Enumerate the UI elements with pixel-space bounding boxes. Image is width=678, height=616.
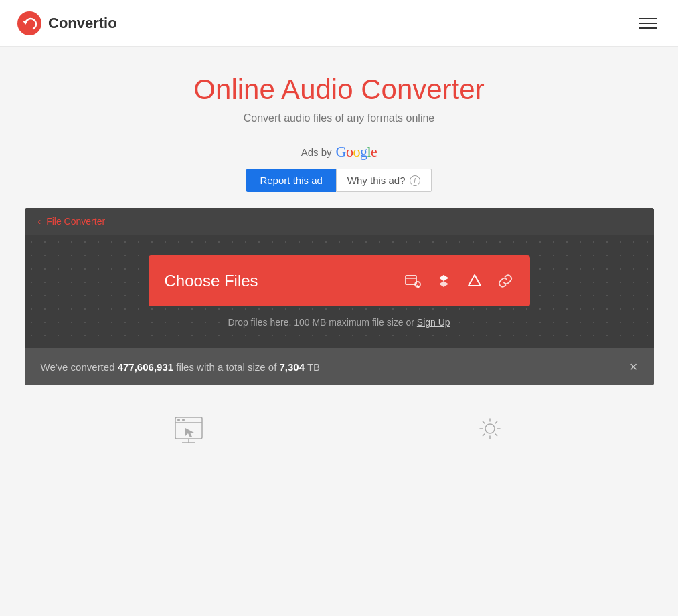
stats-suffix: TB — [307, 361, 320, 373]
svg-point-13 — [177, 419, 180, 421]
sign-up-link[interactable]: Sign Up — [417, 317, 450, 328]
main-content: Online Audio Converter Convert audio fil… — [0, 47, 678, 475]
svg-point-18 — [485, 424, 495, 433]
logo-icon — [16, 10, 43, 37]
breadcrumb-chevron-icon: ‹ — [38, 216, 41, 227]
logo-area: Convertio — [16, 10, 117, 37]
stats-size-value: 7,304 — [280, 361, 305, 373]
web-converter-icon — [172, 412, 205, 448]
svg-marker-17 — [185, 428, 194, 437]
hamburger-line-3 — [639, 27, 657, 29]
content-wrapper: ← ‹ File Converter Choose Files — [25, 208, 654, 385]
stats-prefix: We've converted — [41, 361, 115, 373]
svg-line-9 — [475, 275, 481, 286]
header: Convertio — [0, 0, 678, 47]
choose-files-button[interactable]: Choose Files — [149, 255, 530, 306]
file-icon-group — [404, 272, 514, 290]
stats-middle: files with a total size of — [176, 361, 276, 373]
url-link-icon[interactable] — [497, 272, 514, 290]
ad-buttons: Report this ad Why this ad? i — [246, 169, 431, 192]
svg-point-0 — [17, 11, 41, 35]
svg-point-14 — [182, 419, 185, 421]
ad-area: Ads by Google Report this ad Why this ad… — [246, 143, 431, 192]
stats-text: We've converted 477,606,931 files with a… — [41, 361, 321, 373]
ads-by-text: Ads by — [301, 146, 332, 158]
why-this-ad-button[interactable]: Why this ad? i — [336, 169, 432, 192]
breadcrumb-label[interactable]: File Converter — [46, 216, 105, 227]
page-subtitle: Convert audio files of any formats onlin… — [244, 112, 434, 124]
converter-box: ‹ File Converter Choose Files — [25, 208, 654, 385]
browse-files-icon[interactable] — [404, 272, 422, 290]
page-title: Online Audio Converter — [193, 74, 484, 106]
drop-hint-static: Drop files here. 100 MB maximum file siz… — [228, 317, 414, 328]
hamburger-menu[interactable] — [634, 13, 662, 34]
hamburger-line-1 — [639, 18, 657, 19]
bottom-area — [25, 385, 654, 461]
hamburger-line-2 — [639, 23, 657, 24]
dropbox-icon[interactable] — [435, 272, 452, 290]
info-circle-icon: i — [410, 175, 420, 186]
stats-close-button[interactable]: × — [630, 360, 638, 373]
stats-files-count: 477,606,931 — [118, 361, 173, 373]
report-ad-button[interactable]: Report this ad — [246, 169, 335, 192]
svg-marker-7 — [469, 275, 481, 286]
google-drive-icon[interactable] — [466, 272, 483, 290]
converter-nav: ‹ File Converter — [25, 208, 654, 235]
svg-line-8 — [469, 275, 475, 286]
ads-by-google: Ads by Google — [301, 143, 377, 161]
settings-gear-icon — [473, 412, 507, 448]
google-logo-text: Google — [336, 143, 377, 161]
logo-text: Convertio — [48, 15, 117, 32]
choose-files-label: Choose Files — [165, 272, 388, 290]
drop-hint-text: Drop files here. 100 MB maximum file siz… — [228, 317, 450, 328]
stats-bar: We've converted 477,606,931 files with a… — [25, 348, 654, 385]
why-ad-text: Why this ad? — [347, 175, 406, 186]
upload-area: Choose Files — [25, 235, 654, 348]
bottom-icon-settings — [473, 412, 507, 448]
bottom-icon-web-converter — [172, 412, 205, 448]
